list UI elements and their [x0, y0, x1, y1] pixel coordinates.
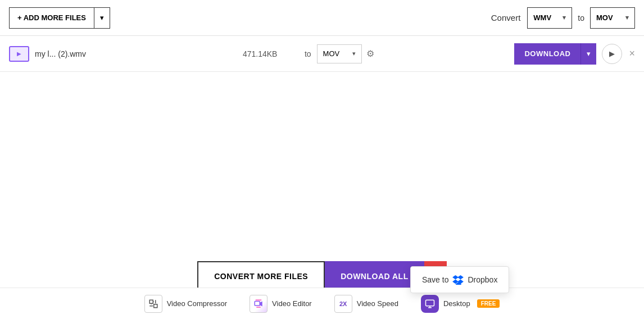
file-format-value: MOV	[323, 49, 340, 58]
svg-rect-6	[255, 301, 260, 306]
video-compressor-icon	[144, 295, 162, 313]
content-area: CONVERT MORE FILES DOWNLOAD ALL ▾ Files …	[0, 72, 644, 319]
bottom-toolbar: Video Compressor Video Editor 2X Video S…	[0, 288, 644, 319]
convert-more-button[interactable]: CONVERT MORE FILES	[197, 261, 325, 291]
to-format-value: MOV	[596, 13, 613, 22]
add-files-dropdown-button[interactable]: ▾	[94, 7, 110, 29]
add-files-dropdown-arrow: ▾	[100, 13, 104, 22]
video-speed-label: Video Speed	[357, 299, 398, 308]
play-button[interactable]: ▶	[602, 44, 622, 64]
header: + ADD MORE FILES ▾ Convert WMV ▾ to MOV …	[0, 0, 644, 36]
dropbox-service-label: Dropbox	[468, 275, 497, 284]
download-all-button[interactable]: DOWNLOAD ALL	[325, 261, 424, 291]
add-files-group: + ADD MORE FILES ▾	[9, 7, 110, 29]
tool-desktop[interactable]: Desktop FREE	[421, 295, 500, 313]
file-to-label: to	[305, 49, 311, 58]
close-button[interactable]: ×	[629, 48, 635, 60]
download-button[interactable]: DOWNLOAD	[514, 43, 580, 65]
settings-button[interactable]: ⚙	[366, 48, 374, 59]
file-size: 471.14KB	[243, 49, 299, 58]
play-icon: ▶	[609, 49, 615, 58]
download-dropdown-arrow: ▾	[587, 49, 591, 58]
page-layout: + ADD MORE FILES ▾ Convert WMV ▾ to MOV …	[0, 0, 644, 319]
file-name: my l... (2).wmv	[35, 49, 102, 58]
free-badge: FREE	[477, 299, 500, 308]
svg-rect-1	[153, 304, 157, 307]
video-editor-icon	[250, 295, 267, 313]
dropbox-popup[interactable]: Save to Dropbox	[410, 266, 509, 293]
video-compressor-label: Video Compressor	[167, 299, 227, 308]
tool-video-speed[interactable]: 2X Video Speed	[334, 295, 398, 313]
video-editor-label: Video Editor	[272, 299, 312, 308]
to-format-select[interactable]: MOV ▾	[590, 7, 635, 29]
download-dropdown-button[interactable]: ▾	[580, 43, 596, 65]
desktop-icon	[421, 295, 439, 313]
to-label: to	[578, 13, 584, 22]
convert-label: Convert	[491, 13, 521, 22]
file-row: my l... (2).wmv 471.14KB to MOV ▾ ⚙ DOWN…	[0, 36, 644, 72]
tool-video-compressor[interactable]: Video Compressor	[144, 295, 227, 313]
download-btn-group: DOWNLOAD ▾	[514, 43, 596, 65]
file-format-select[interactable]: MOV ▾	[317, 44, 362, 63]
video-speed-icon: 2X	[334, 295, 352, 313]
svg-rect-10	[425, 300, 434, 306]
from-format-value: WMV	[533, 13, 551, 22]
desktop-label: Desktop	[443, 299, 470, 308]
tool-video-editor[interactable]: Video Editor	[250, 295, 312, 313]
dropbox-save-label: Save to	[422, 275, 448, 284]
action-buttons: CONVERT MORE FILES DOWNLOAD ALL ▾	[197, 261, 446, 291]
from-format-select[interactable]: WMV ▾	[527, 7, 572, 29]
file-format-chevron: ▾	[352, 50, 356, 57]
svg-rect-0	[149, 300, 153, 303]
from-format-chevron: ▾	[563, 14, 566, 21]
dropbox-icon	[452, 275, 464, 285]
to-format-chevron: ▾	[625, 14, 629, 21]
add-files-button[interactable]: + ADD MORE FILES	[9, 7, 94, 29]
file-icon	[9, 46, 29, 62]
